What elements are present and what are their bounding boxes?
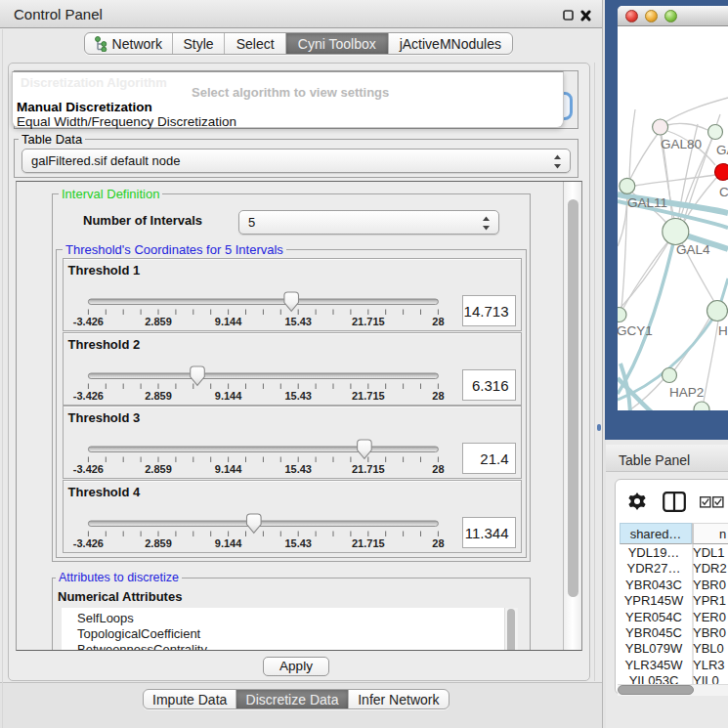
svg-text:-3.426: -3.426 [72, 463, 103, 475]
svg-text:C: C [719, 185, 728, 199]
svg-text:21.715: 21.715 [351, 537, 384, 549]
svg-text:GAL4: GAL4 [676, 242, 710, 257]
svg-text:2.859: 2.859 [145, 316, 172, 327]
svg-text:21.715: 21.715 [351, 316, 384, 327]
svg-text:15.43: 15.43 [284, 390, 312, 402]
svg-text:2.859: 2.859 [145, 463, 172, 475]
svg-text:-3.426: -3.426 [72, 537, 103, 549]
svg-text:15.43: 15.43 [284, 537, 312, 549]
svg-text:9.144: 9.144 [214, 537, 241, 549]
svg-text:GAL11: GAL11 [627, 195, 667, 210]
svg-text:15.43: 15.43 [284, 463, 312, 475]
svg-text:28: 28 [432, 463, 444, 475]
svg-text:21.715: 21.715 [351, 390, 384, 402]
svg-text:9.144: 9.144 [214, 316, 241, 327]
svg-text:15.43: 15.43 [284, 316, 312, 327]
svg-text:-3.426: -3.426 [72, 390, 103, 402]
svg-text:28: 28 [432, 537, 444, 549]
svg-text:28: 28 [432, 316, 444, 327]
svg-text:GCY1: GCY1 [618, 323, 653, 338]
svg-text:GAL80: GAL80 [661, 137, 702, 151]
svg-text:2.859: 2.859 [145, 537, 172, 549]
svg-text:2.859: 2.859 [145, 390, 172, 402]
svg-text:-3.426: -3.426 [72, 316, 103, 327]
svg-text:21.715: 21.715 [351, 463, 384, 475]
svg-text:GA: GA [716, 143, 728, 157]
svg-text:HAP2: HAP2 [669, 385, 704, 400]
svg-text:9.144: 9.144 [214, 390, 241, 402]
svg-text:H: H [718, 323, 728, 338]
svg-text:28: 28 [432, 390, 444, 402]
svg-text:9.144: 9.144 [214, 463, 241, 475]
